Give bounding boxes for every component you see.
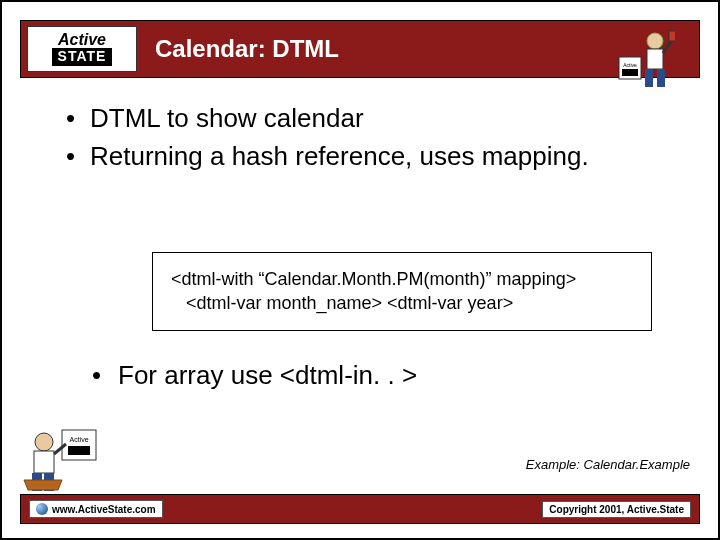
slide-title: Calendar: DTML [155,35,339,63]
svg-rect-6 [657,69,665,87]
mascot-icon: Active [615,27,675,93]
svg-rect-2 [622,69,638,76]
svg-rect-4 [647,49,663,69]
mascot-small-icon: Active [22,422,106,494]
bullet-item: DTML to show calendar [62,102,668,136]
code-line: <dtml-var month_name> <dtml-var year> [171,291,633,315]
bullet-list: DTML to show calendar Returning a hash r… [62,102,668,178]
sub-bullet: •For array use <dtml-in. . > [92,360,417,391]
svg-rect-8 [669,31,675,41]
copyright: Copyright 2001, Active.State [542,501,691,518]
bullet-item: Returning a hash reference, uses mapping… [62,140,668,174]
code-box: <dtml-with “Calendar.Month.PM(month)” ma… [152,252,652,331]
svg-rect-9 [62,430,96,460]
footer-band: www.ActiveState.com Copyright 2001, Acti… [20,494,700,524]
svg-text:Active: Active [623,62,637,68]
footer-url: www.ActiveState.com [29,500,163,518]
svg-point-12 [35,433,53,451]
logo: Active STATE [27,26,137,72]
svg-text:Active: Active [69,436,88,443]
code-line: <dtml-with “Calendar.Month.PM(month)” ma… [171,267,633,291]
sub-bullet-text: For array use <dtml-in. . > [118,360,417,390]
header-band: Active STATE Calendar: DTML Active [20,20,700,78]
svg-point-3 [647,33,663,49]
svg-rect-11 [68,446,90,455]
logo-bottom-text: STATE [52,48,113,65]
globe-icon [36,503,48,515]
svg-rect-5 [645,69,653,87]
bullet-dot-icon: • [92,360,118,391]
footer-url-text: www.ActiveState.com [52,504,156,515]
logo-top-text: Active [58,32,106,48]
svg-rect-13 [34,451,54,473]
example-note: Example: Calendar.Example [526,457,690,472]
svg-marker-17 [24,480,62,490]
slide: Active STATE Calendar: DTML Active DTML … [0,0,720,540]
